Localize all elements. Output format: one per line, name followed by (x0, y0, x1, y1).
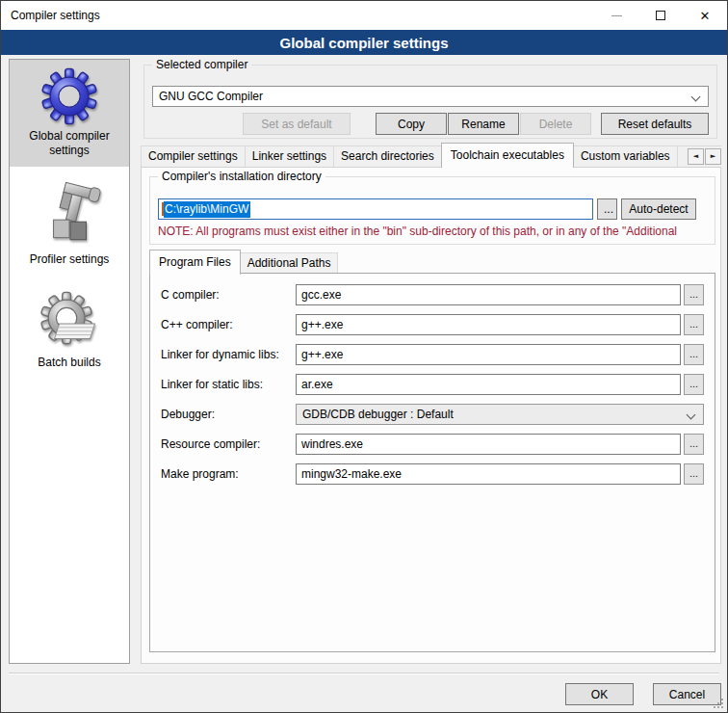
minimize-icon (611, 15, 622, 16)
close-icon: ✕ (700, 10, 711, 22)
linker-static-input[interactable] (296, 374, 681, 395)
compiler-select-value: GNU GCC Compiler (159, 90, 263, 103)
maximize-button[interactable] (638, 1, 683, 30)
linker-dynamic-browse-button[interactable]: ... (684, 344, 704, 365)
dialog-header-title: Global compiler settings (279, 35, 448, 51)
main-tab-strip: Compiler settings Linker settings Search… (141, 143, 721, 168)
tab-compiler-settings[interactable]: Compiler settings (141, 145, 246, 167)
tab-additional-paths[interactable]: Additional Paths (240, 252, 339, 274)
debugger-select-value: GDB/CDB debugger : Default (302, 408, 454, 421)
program-row-resource-compiler: Resource compiler: ... (161, 429, 704, 459)
linker-static-label: Linker for static libs: (161, 378, 296, 391)
compiler-settings-window: Compiler settings ✕ Global compiler sett… (0, 0, 728, 713)
installation-dir-browse-button[interactable]: ... (597, 198, 617, 220)
sidebar-item-batch-builds[interactable]: Batch builds (10, 282, 129, 379)
make-program-input[interactable] (296, 463, 681, 485)
selected-compiler-group: Selected compiler GNU GCC Compiler Set a… (143, 65, 717, 139)
rename-button[interactable]: Rename (448, 113, 519, 135)
cpp-compiler-input[interactable] (296, 314, 681, 335)
compiler-select[interactable]: GNU GCC Compiler (152, 86, 709, 107)
sidebar-item-global-compiler-settings[interactable]: Global compiler settings (10, 60, 129, 167)
linker-static-browse-button[interactable]: ... (684, 374, 704, 395)
main-tabs: Compiler settings Linker settings Search… (141, 143, 721, 167)
cpp-compiler-browse-button[interactable]: ... (684, 314, 704, 335)
program-row-make-program: Make program: ... (161, 459, 704, 489)
tab-scroll-left-icon: ◄ (693, 153, 698, 160)
program-row-linker-dynamic: Linker for dynamic libs: ... (161, 339, 704, 369)
resource-compiler-label: Resource compiler: (161, 437, 296, 451)
tab-scroll-buttons: ◄ ► (684, 148, 721, 165)
program-row-linker-static: Linker for static libs: ... (161, 369, 704, 399)
program-row-c-compiler: C compiler: ... (161, 279, 704, 309)
sidebar-item-label: Batch builds (12, 356, 127, 370)
set-as-default-button[interactable]: Set as default (243, 113, 351, 135)
copy-button[interactable]: Copy (376, 113, 447, 135)
tab-search-directories[interactable]: Search directories (333, 145, 442, 167)
ok-button[interactable]: OK (565, 683, 634, 705)
selected-compiler-group-label: Selected compiler (152, 58, 251, 72)
c-compiler-label: C compiler: (161, 288, 296, 302)
window-title: Compiler settings (11, 1, 100, 30)
dialog-header: Global compiler settings (1, 30, 727, 55)
debugger-select[interactable]: GDB/CDB debugger : Default (296, 404, 704, 425)
debugger-label: Debugger: (161, 408, 296, 421)
footer-separator (9, 673, 719, 674)
installation-note: NOTE: All programs must exist either in … (158, 224, 714, 238)
tab-program-files[interactable]: Program Files (149, 250, 241, 275)
program-files-page: C compiler: ... C++ compiler: ... Linker… (149, 273, 715, 652)
close-button[interactable]: ✕ (683, 1, 727, 30)
c-compiler-input[interactable] (296, 284, 681, 305)
maximize-icon (656, 11, 665, 20)
installation-dir-input[interactable]: C:\raylib\MinGW (158, 198, 593, 220)
settings-sidebar: Global compiler settings Profiler se (9, 59, 130, 664)
toolchain-executables-page: Compiler's installation directory C:\ray… (141, 167, 721, 664)
make-program-browse-button[interactable]: ... (684, 463, 704, 485)
tab-scroll-right-button[interactable]: ► (705, 148, 721, 165)
gear-papers-icon (39, 289, 100, 353)
compiler-buttons-row: Set as default Copy Rename Delete Reset … (152, 113, 709, 135)
program-row-debugger: Debugger: GDB/CDB debugger : Default (161, 399, 704, 429)
installation-dir-value: C:\raylib\MinGW (164, 201, 250, 218)
minimize-button[interactable] (594, 1, 638, 30)
tab-linker-settings[interactable]: Linker settings (245, 145, 334, 167)
linker-dynamic-input[interactable] (296, 344, 681, 365)
tab-toolchain-executables[interactable]: Toolchain executables (441, 143, 574, 168)
installation-directory-group-label: Compiler's installation directory (158, 170, 325, 184)
sidebar-item-label: Profiler settings (12, 252, 127, 267)
sidebar-item-label: Global compiler settings (12, 129, 127, 158)
resource-compiler-input[interactable] (296, 434, 681, 455)
resize-grip[interactable] (714, 699, 723, 708)
tab-custom-variables[interactable]: Custom variables (573, 145, 678, 167)
sidebar-item-profiler-settings[interactable]: Profiler settings (10, 173, 129, 276)
auto-detect-button[interactable]: Auto-detect (621, 198, 696, 220)
tab-scroll-right-icon: ► (711, 153, 715, 160)
tab-scroll-left-button[interactable]: ◄ (688, 148, 704, 165)
titlebar: Compiler settings ✕ (1, 1, 727, 30)
program-files-tab-strip: Program Files Additional Paths (149, 250, 337, 274)
c-compiler-browse-button[interactable]: ... (684, 284, 704, 305)
chevron-down-icon (687, 409, 696, 419)
program-row-cpp-compiler: C++ compiler: ... (161, 309, 704, 339)
caliper-icon (38, 180, 101, 250)
installation-directory-group: Compiler's installation directory C:\ray… (149, 176, 715, 245)
delete-button[interactable]: Delete (520, 113, 591, 135)
caption-buttons: ✕ (594, 1, 727, 30)
cancel-button[interactable]: Cancel (653, 683, 721, 705)
main-panel: Selected compiler GNU GCC Compiler Set a… (141, 59, 721, 664)
reset-defaults-button[interactable]: Reset defaults (601, 113, 709, 135)
resource-compiler-browse-button[interactable]: ... (684, 434, 704, 455)
chevron-down-icon (691, 92, 701, 102)
linker-dynamic-label: Linker for dynamic libs: (161, 348, 296, 361)
cpp-compiler-label: C++ compiler: (161, 318, 296, 331)
make-program-label: Make program: (161, 467, 296, 481)
blue-gear-icon (39, 66, 99, 126)
